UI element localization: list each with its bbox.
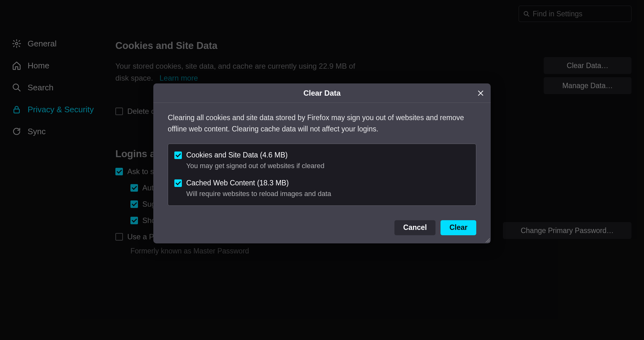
dialog-item-cache: Cached Web Content (18.3 MB) Will requir… — [174, 179, 470, 198]
dialog-description: Clearing all cookies and site data store… — [168, 112, 476, 135]
clear-data-dialog: Clear Data Clearing all cookies and site… — [153, 83, 491, 243]
svg-line-10 — [489, 242, 490, 242]
dialog-options-box: Cookies and Site Data (4.6 MB) You may g… — [168, 144, 476, 206]
dialog-item-texts: Cookies and Site Data (4.6 MB) You may g… — [186, 151, 470, 170]
resize-grip[interactable] — [484, 237, 490, 243]
cookies-sitedata-title: Cookies and Site Data (4.6 MB) — [186, 151, 470, 159]
dialog-item-cookies: Cookies and Site Data (4.6 MB) You may g… — [174, 151, 470, 170]
dialog-header: Clear Data — [153, 83, 491, 103]
dialog-footer: Cancel Clear — [153, 220, 491, 243]
dialog-title: Clear Data — [304, 89, 341, 98]
cookies-sitedata-sub: You may get signed out of websites if cl… — [186, 162, 470, 170]
clear-button[interactable]: Clear — [441, 220, 476, 235]
dialog-close-button[interactable] — [476, 89, 485, 98]
dialog-body: Clearing all cookies and site data store… — [153, 103, 491, 214]
cached-content-sub: Will require websites to reload images a… — [186, 190, 470, 198]
cached-content-title: Cached Web Content (18.3 MB) — [186, 179, 470, 187]
cancel-button[interactable]: Cancel — [394, 220, 435, 235]
close-icon — [478, 90, 484, 96]
dialog-item-texts: Cached Web Content (18.3 MB) Will requir… — [186, 179, 470, 198]
cached-content-checkbox[interactable] — [174, 179, 182, 187]
cookies-sitedata-checkbox[interactable] — [174, 151, 182, 159]
